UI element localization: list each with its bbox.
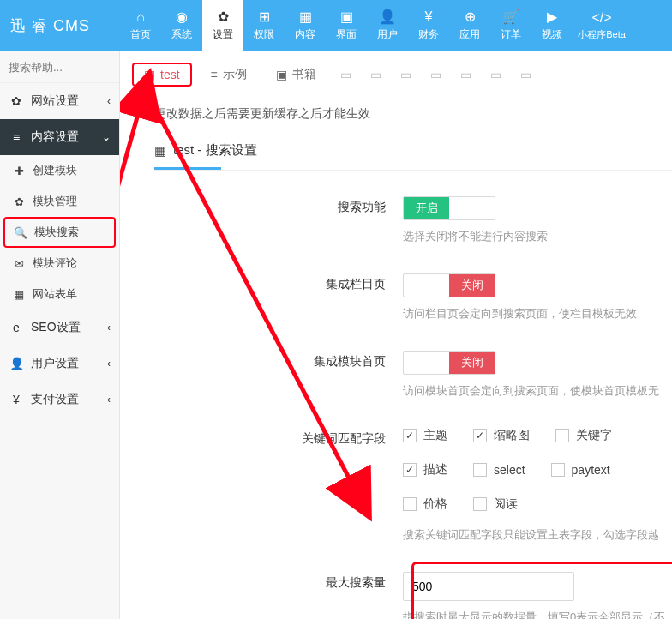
- checkbox-1[interactable]: ✓缩略图: [473, 428, 530, 443]
- icon-3[interactable]: ▭: [400, 68, 411, 81]
- checkbox-5[interactable]: paytext: [551, 462, 610, 478]
- note-text: 更改数据之后需要更新缓存之后才能生效: [154, 106, 672, 122]
- permission-icon: ⊞: [259, 10, 270, 24]
- switch-col-index[interactable]: 关闭: [403, 273, 495, 297]
- menu-user-settings[interactable]: 👤 用户设置 ‹: [0, 346, 119, 382]
- label-mod-index: 集成模块首页: [154, 351, 403, 399]
- icon-4[interactable]: ▭: [430, 68, 441, 81]
- icon-5[interactable]: ▭: [460, 68, 471, 81]
- hint-fields: 搜索关键词匹配字段只能设置主表字段，勾选字段越: [403, 527, 672, 543]
- app-icon: ⊕: [465, 10, 476, 24]
- user-icon: 👤: [9, 357, 24, 370]
- menu-site-settings[interactable]: ✿ 网站设置 ‹: [0, 83, 119, 119]
- user-icon: 👤: [379, 10, 396, 24]
- hint-max: 指搜索时最大显示的数据量，填写0表示全部显示（不: [403, 610, 672, 619]
- icon-2[interactable]: ▭: [370, 68, 381, 81]
- switch-mod-index[interactable]: 关闭: [403, 351, 495, 375]
- checkbox-3[interactable]: ✓描述: [403, 462, 447, 478]
- menu-pay-settings[interactable]: ¥ 支付设置 ‹: [0, 382, 119, 418]
- label-search-enable: 搜索功能: [154, 196, 403, 244]
- checkbox-icon: ✓: [403, 463, 417, 477]
- sidebar-item-module-search[interactable]: 🔍模块搜索: [3, 217, 116, 248]
- nav-system[interactable]: ◉系统: [161, 0, 202, 51]
- nav-video[interactable]: ▶视频: [531, 0, 573, 51]
- hint-search-enable: 选择关闭将不能进行内容搜索: [403, 229, 672, 244]
- switch-search-enable[interactable]: 开启: [403, 196, 495, 220]
- home-icon: ⌂: [136, 10, 145, 24]
- table-icon: ▦: [154, 143, 166, 159]
- menu-content-settings[interactable]: ≡ 内容设置 ⌄: [0, 119, 119, 155]
- table-icon: ▦: [12, 288, 26, 301]
- checkbox-6[interactable]: 价格: [403, 496, 447, 512]
- checkbox-icon: ✓: [473, 429, 487, 442]
- checkbox-icon: [555, 429, 569, 442]
- chevron-left-icon: ‹: [107, 358, 111, 370]
- sidebar: 🔍 ✿ 网站设置 ‹ ≡ 内容设置 ⌄ ✚创建模块 ✿模块管理 🔍模块搜索 ✉模…: [0, 51, 120, 619]
- hint-mod-index: 访问模块首页会定向到搜索页面，使模块首页模板无: [403, 383, 672, 399]
- yen-icon: ¥: [9, 393, 24, 406]
- gear-icon: ✿: [9, 94, 24, 108]
- checkbox-icon: [551, 463, 565, 477]
- label-max: 最大搜索量: [154, 572, 403, 619]
- checkbox-0[interactable]: ✓主题: [403, 428, 447, 443]
- sidebar-search[interactable]: 🔍: [0, 51, 119, 83]
- checkbox-icon: [473, 497, 487, 511]
- module-tabs: ▦test ≡示例 ▣书籍 ▭ ▭ ▭ ▭ ▭ ▭ ▭: [120, 51, 672, 98]
- chevron-left-icon: ‹: [107, 394, 111, 406]
- nav-order[interactable]: 🛒订单: [490, 0, 531, 51]
- nav-content[interactable]: ▦内容: [285, 0, 326, 51]
- input-max[interactable]: [403, 572, 574, 601]
- finance-icon: ¥: [425, 10, 433, 24]
- checkbox-2[interactable]: 关键字: [555, 428, 612, 443]
- tab-extra-icons: ▭ ▭ ▭ ▭ ▭ ▭ ▭: [340, 68, 531, 81]
- checkbox-icon: [403, 497, 417, 511]
- top-nav: ⌂首页 ◉系统 ✿设置 ⊞权限 ▦内容 ▣界面 👤用户 ¥财务 ⊕应用 🛒订单 …: [120, 0, 631, 51]
- search-icon: 🔍: [14, 226, 27, 239]
- nav-finance[interactable]: ¥财务: [408, 0, 449, 51]
- chevron-down-icon: ⌄: [102, 131, 111, 143]
- system-icon: ◉: [176, 10, 188, 24]
- label-col-index: 集成栏目页: [154, 273, 403, 322]
- sidebar-item-site-form[interactable]: ▦网站表单: [0, 279, 119, 310]
- field-checkboxes: ✓主题✓缩略图关键字✓描述selectpaytext价格阅读: [403, 428, 672, 512]
- brand: 迅 睿 CMS: [0, 15, 120, 36]
- nav-permission[interactable]: ⊞权限: [243, 0, 285, 51]
- panel-divider: [154, 170, 672, 171]
- menu-seo-settings[interactable]: e SEO设置 ‹: [0, 310, 119, 346]
- video-icon: ▶: [547, 10, 557, 24]
- panel-title: ▦ test - 搜索设置: [154, 142, 672, 159]
- order-icon: 🛒: [502, 10, 519, 24]
- sidebar-item-module-comment[interactable]: ✉模块评论: [0, 248, 119, 279]
- icon-1[interactable]: ▭: [340, 68, 351, 81]
- tab-books[interactable]: ▣书籍: [266, 62, 327, 87]
- checkbox-icon: [473, 463, 487, 477]
- chevron-left-icon: ‹: [107, 322, 111, 334]
- code-icon: </>: [591, 11, 611, 25]
- icon-6[interactable]: ▭: [490, 68, 501, 81]
- sidebar-item-module-manage[interactable]: ✿模块管理: [0, 186, 119, 217]
- nav-user[interactable]: 👤用户: [367, 0, 408, 51]
- cogs-icon: ✿: [12, 195, 26, 208]
- content-icon: ▦: [299, 10, 312, 24]
- nav-app[interactable]: ⊕应用: [449, 0, 490, 51]
- chevron-left-icon: ‹: [107, 95, 111, 107]
- list-icon: ≡: [211, 68, 218, 81]
- ie-icon: e: [9, 321, 24, 334]
- settings-icon: ✿: [218, 10, 229, 24]
- checkbox-7[interactable]: 阅读: [473, 496, 518, 512]
- tab-example[interactable]: ≡示例: [201, 62, 257, 87]
- icon-7[interactable]: ▭: [520, 68, 531, 81]
- sidebar-item-create-module[interactable]: ✚创建模块: [0, 155, 119, 186]
- list-icon: ≡: [9, 130, 24, 144]
- content: ▦test ≡示例 ▣书籍 ▭ ▭ ▭ ▭ ▭ ▭ ▭ 更改数据之后需要更新缓存…: [120, 51, 672, 619]
- hint-col-index: 访问栏目页会定向到搜索页面，使栏目模板无效: [403, 306, 672, 322]
- svg-line-0: [120, 93, 144, 240]
- book-icon: ▣: [276, 68, 287, 81]
- tab-test[interactable]: ▦test: [132, 63, 192, 87]
- nav-home[interactable]: ⌂首页: [120, 0, 161, 51]
- label-fields: 关键词匹配字段: [154, 428, 403, 543]
- checkbox-4[interactable]: select: [473, 462, 525, 478]
- nav-miniprogram[interactable]: </>小程序Beta: [573, 0, 631, 51]
- nav-settings[interactable]: ✿设置: [202, 0, 243, 51]
- nav-ui[interactable]: ▣界面: [326, 0, 367, 51]
